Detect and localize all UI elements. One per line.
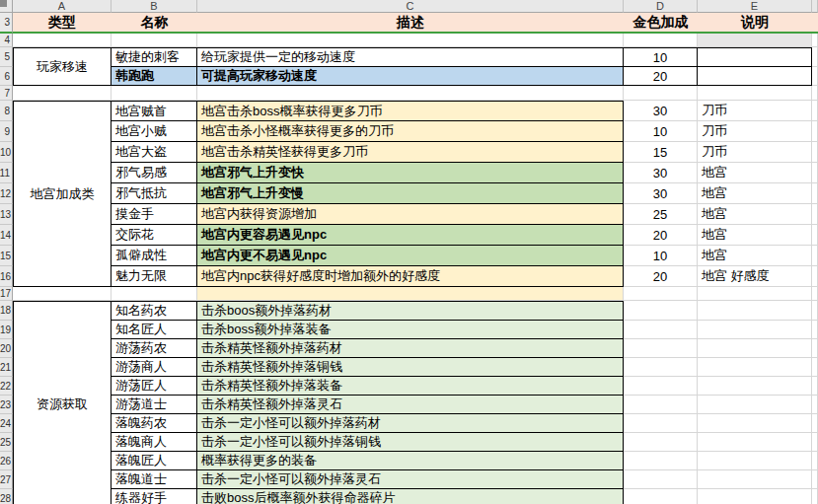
header-cell-note[interactable]: 说明 (698, 13, 812, 34)
cell-desc-15[interactable]: 地宫内更不易遇见npc (197, 246, 624, 266)
cell-name-24[interactable]: 落魄药农 (112, 414, 197, 433)
row-number-23[interactable]: 23 (0, 396, 13, 414)
cell-bonus-20[interactable] (624, 339, 698, 358)
cell-desc-17[interactable] (197, 287, 624, 301)
column-letter-A[interactable]: A (13, 0, 112, 13)
row-number-14[interactable]: 14 (0, 225, 13, 246)
cell-bonus-25[interactable] (624, 433, 698, 452)
header-cell-desc[interactable]: 描述 (197, 13, 624, 34)
cell-desc-9[interactable]: 地宫击杀小怪概率获得更多的刀币 (197, 121, 624, 142)
row-number-26[interactable]: 26 (0, 452, 13, 470)
row-number-18[interactable]: 18 (0, 301, 13, 321)
row-number-4[interactable]: 4 (0, 34, 13, 47)
cell-name-17[interactable] (112, 287, 197, 301)
cell-bonus-14[interactable]: 20 (624, 225, 698, 246)
cell-bonus-9[interactable]: 10 (624, 121, 698, 142)
cell-name-8[interactable]: 地宫贼首 (112, 101, 197, 121)
cell-sliver-11[interactable] (812, 163, 818, 183)
cell-name-5[interactable]: 敏捷的刺客 (112, 47, 197, 67)
cell-note-13[interactable]: 地宫 (698, 204, 812, 225)
column-letter-F-sliver[interactable] (812, 0, 818, 13)
cell-note-25[interactable] (698, 433, 812, 452)
row-number-12[interactable]: 12 (0, 183, 13, 204)
cell-desc-23[interactable]: 击杀精英怪额外掉落灵石 (197, 396, 624, 414)
group-cell-玩家移速[interactable]: 玩家移速 (13, 47, 112, 86)
cell-note-27[interactable] (698, 470, 812, 489)
cell-name-21[interactable]: 游荡商人 (112, 358, 197, 377)
cell-bonus-13[interactable]: 25 (624, 204, 698, 225)
cell-name-26[interactable]: 落魄匠人 (112, 452, 197, 470)
cell-bonus-22[interactable] (624, 377, 698, 396)
cell-note-15[interactable]: 地宫 (698, 246, 812, 266)
cell-bonus-19[interactable] (624, 321, 698, 339)
cell-sliver-14[interactable] (812, 225, 818, 246)
cell-sliver-8[interactable] (812, 101, 818, 121)
cell-sliver-18[interactable] (812, 301, 818, 321)
cell-name-14[interactable]: 交际花 (112, 225, 197, 246)
cell-sliver-19[interactable] (812, 321, 818, 339)
cell-sliver-26[interactable] (812, 452, 818, 470)
cell-bonus-12[interactable]: 30 (624, 183, 698, 204)
row-number-5[interactable]: 5 (0, 47, 13, 67)
cell-bonus-15[interactable]: 10 (624, 246, 698, 266)
cell-desc-13[interactable]: 地宫内获得资源增加 (197, 204, 624, 225)
cell-name-11[interactable]: 邪气易感 (112, 163, 197, 183)
cell-note-4[interactable] (698, 34, 812, 47)
cell-sliver-6[interactable] (812, 67, 818, 86)
cell-bonus-24[interactable] (624, 414, 698, 433)
row-number-3[interactable]: 3 (0, 13, 13, 34)
cell-name-16[interactable]: 魅力无限 (112, 266, 197, 287)
cell-bonus-4[interactable] (624, 34, 698, 47)
cell-sliver-25[interactable] (812, 433, 818, 452)
cell-desc-27[interactable]: 击杀一定小怪可以额外掉落灵石 (197, 470, 624, 489)
header-cell-sliver[interactable] (812, 13, 818, 34)
cell-name-9[interactable]: 地宫小贼 (112, 121, 197, 142)
cell-note-12[interactable]: 地宫 (698, 183, 812, 204)
cell-desc-21[interactable]: 击杀精英怪额外掉落铜钱 (197, 358, 624, 377)
cell-desc-8[interactable]: 地宫击杀boss概率获得更多刀币 (197, 101, 624, 121)
row-number-25[interactable]: 25 (0, 433, 13, 452)
cell-note-8[interactable]: 刀币 (698, 101, 812, 121)
cell-sliver-28[interactable] (812, 489, 818, 504)
row-number-28[interactable]: 28 (0, 489, 13, 504)
cell-sliver-9[interactable] (812, 121, 818, 142)
column-letter-C[interactable]: C (197, 0, 624, 13)
cell-name-22[interactable]: 游荡匠人 (112, 377, 197, 396)
row-number-27[interactable]: 27 (0, 470, 13, 489)
cell-note-11[interactable]: 地宫 (698, 163, 812, 183)
row-number-13[interactable]: 13 (0, 204, 13, 225)
header-cell-name[interactable]: 名称 (112, 13, 197, 34)
cell-sliver-12[interactable] (812, 183, 818, 204)
cell-bonus-28[interactable] (624, 489, 698, 504)
cell-name-20[interactable]: 游荡药农 (112, 339, 197, 358)
cell-name-12[interactable]: 邪气抵抗 (112, 183, 197, 204)
cell-note-23[interactable] (698, 396, 812, 414)
cell-bonus-27[interactable] (624, 470, 698, 489)
cell-name-10[interactable]: 地宫大盗 (112, 142, 197, 163)
cell-note-16[interactable]: 地宫 好感度 (698, 266, 812, 287)
cell-desc-5[interactable]: 给玩家提供一定的移动速度 (197, 47, 624, 67)
cell-desc-6[interactable]: 可提高玩家移动速度 (197, 67, 624, 86)
row-number-20[interactable]: 20 (0, 339, 13, 358)
cell-note-24[interactable] (698, 414, 812, 433)
cell-note-7[interactable] (698, 86, 812, 101)
cell-bonus-6[interactable]: 20 (624, 67, 698, 86)
cell-sliver-10[interactable] (812, 142, 818, 163)
cell-desc-14[interactable]: 地宫内更容易遇见npc (197, 225, 624, 246)
cell-desc-11[interactable]: 地宫邪气上升变快 (197, 163, 624, 183)
cell-sliver-13[interactable] (812, 204, 818, 225)
cell-note-5[interactable] (698, 47, 812, 67)
cell-desc-26[interactable]: 概率获得更多的装备 (197, 452, 624, 470)
row-number-6[interactable]: 6 (0, 67, 13, 86)
cell-desc-22[interactable]: 击杀精英怪额外掉落装备 (197, 377, 624, 396)
row-number-8[interactable]: 8 (0, 101, 13, 121)
cell-bonus-23[interactable] (624, 396, 698, 414)
cell-name-4[interactable] (112, 34, 197, 47)
row-number-15[interactable]: 15 (0, 246, 13, 266)
row-number-22[interactable]: 22 (0, 377, 13, 396)
row-number-11[interactable]: 11 (0, 163, 13, 183)
cell-name-28[interactable]: 练器好手 (112, 489, 197, 504)
cell-sliver-27[interactable] (812, 470, 818, 489)
cell-sliver-21[interactable] (812, 358, 818, 377)
cell-name-6[interactable]: 韩跑跑 (112, 67, 197, 86)
